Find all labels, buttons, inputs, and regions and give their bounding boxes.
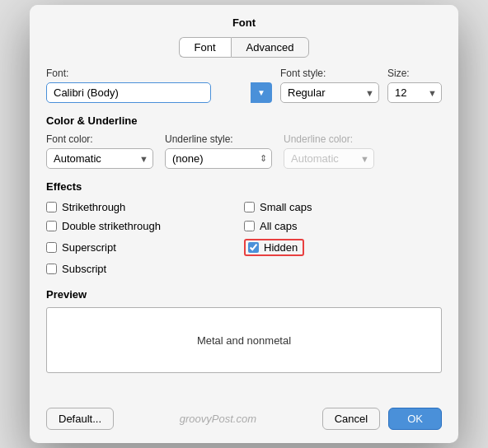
font-label: Font:: [46, 68, 272, 79]
hidden-checkbox-highlight: Hidden: [244, 239, 304, 256]
hidden-checkbox[interactable]: [248, 242, 259, 253]
hidden-label: Hidden: [264, 241, 298, 254]
watermark: groovyPost.com: [180, 413, 256, 425]
strikethrough-label: Strikethrough: [62, 201, 125, 213]
preview-section: Preview Metal and nonmetal: [46, 288, 442, 373]
small-caps-checkbox[interactable]: [244, 202, 255, 212]
effect-superscript: Superscript: [46, 237, 244, 258]
color-underline-title: Color & Underline: [46, 114, 442, 127]
small-caps-label: Small caps: [260, 201, 312, 213]
underline-style-select[interactable]: (none): [165, 148, 272, 169]
double-strikethrough-checkbox[interactable]: [46, 221, 57, 231]
all-caps-checkbox[interactable]: [244, 221, 255, 231]
underline-color-label: Underline color:: [284, 133, 374, 145]
underline-color-field: Underline color: Automatic ▼: [284, 133, 374, 169]
size-select-wrapper: 12 ▼: [387, 82, 442, 103]
effect-small-caps: Small caps: [244, 199, 442, 215]
tab-bar: Font Advanced: [30, 37, 458, 58]
dialog-title: Font: [30, 5, 458, 37]
size-field: Size: 12 ▼: [387, 68, 442, 103]
color-underline-row: Font color: Automatic ▼ Underline style:…: [46, 133, 442, 169]
color-underline-section: Color & Underline Font color: Automatic …: [46, 114, 442, 169]
size-label: Size:: [387, 68, 442, 79]
font-select-wrapper: Calibri (Body): [46, 82, 272, 103]
effects-empty-cell: [244, 261, 442, 277]
double-strikethrough-label: Double strikethrough: [62, 220, 161, 232]
subscript-checkbox[interactable]: [46, 264, 57, 274]
strikethrough-checkbox[interactable]: [46, 202, 57, 212]
subscript-label: Subscript: [62, 263, 106, 275]
effect-all-caps: All caps: [244, 218, 442, 234]
effect-hidden: Hidden: [244, 237, 442, 258]
font-color-field: Font color: Automatic ▼: [46, 133, 153, 169]
all-caps-label: All caps: [260, 220, 298, 232]
cancel-button[interactable]: Cancel: [322, 408, 380, 430]
dialog-body: Font: Calibri (Body) Font style: Regular…: [30, 68, 458, 399]
font-color-label: Font color:: [46, 133, 153, 145]
font-row: Font: Calibri (Body) Font style: Regular…: [46, 68, 442, 103]
preview-text: Metal and nonmetal: [197, 334, 291, 347]
font-dialog: Font Font Advanced Font: Calibri (Body) …: [30, 5, 458, 443]
preview-title: Preview: [46, 288, 442, 301]
default-button[interactable]: Default...: [46, 408, 114, 430]
font-style-select-wrapper: Regular ▼: [280, 82, 379, 103]
tab-font[interactable]: Font: [179, 37, 231, 58]
superscript-checkbox[interactable]: [46, 242, 57, 253]
effect-subscript: Subscript: [46, 261, 244, 277]
footer-right-buttons: Cancel OK: [322, 408, 442, 430]
effect-double-strikethrough: Double strikethrough: [46, 218, 244, 234]
effects-title: Effects: [46, 180, 442, 193]
effects-grid: Strikethrough Small caps Double striketh…: [46, 199, 442, 277]
underline-color-select: Automatic: [284, 148, 374, 169]
underline-style-select-wrapper: (none) ⇕: [165, 148, 272, 169]
font-color-select[interactable]: Automatic: [46, 148, 153, 169]
effects-section: Effects Strikethrough Small caps Double …: [46, 180, 442, 277]
ok-button[interactable]: OK: [388, 408, 442, 430]
font-color-select-wrapper: Automatic ▼: [46, 148, 153, 169]
font-style-field: Font style: Regular ▼: [280, 68, 379, 103]
font-style-label: Font style:: [280, 68, 379, 79]
font-field: Font: Calibri (Body): [46, 68, 272, 103]
preview-box: Metal and nonmetal: [46, 307, 442, 373]
font-select-arrow: [251, 82, 272, 103]
superscript-label: Superscript: [62, 241, 116, 254]
font-style-select[interactable]: Regular: [280, 82, 379, 103]
font-select[interactable]: Calibri (Body): [46, 82, 211, 103]
effect-strikethrough: Strikethrough: [46, 199, 244, 215]
size-select[interactable]: 12: [387, 82, 442, 103]
dialog-footer: Default... groovyPost.com Cancel OK: [30, 399, 458, 443]
tab-advanced[interactable]: Advanced: [231, 37, 310, 58]
underline-style-label: Underline style:: [165, 133, 272, 145]
underline-style-field: Underline style: (none) ⇕: [165, 133, 272, 169]
underline-color-select-wrapper: Automatic ▼: [284, 148, 374, 169]
